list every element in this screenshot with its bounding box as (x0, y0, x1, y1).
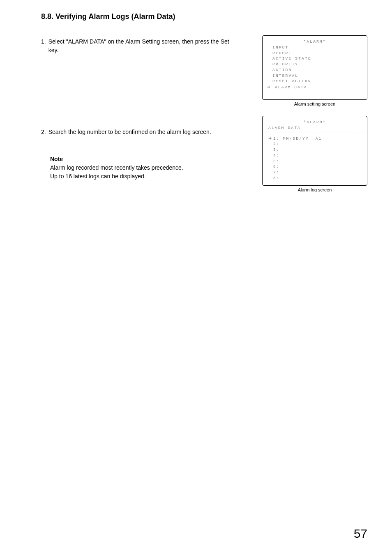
step-1-text: Select "ALARM DATA" on the Alarm Setting… (48, 37, 229, 55)
panel2-row-1: ➔1: MM/DD/YY A1 (265, 136, 364, 142)
panel2-row-4: 4: (265, 153, 364, 159)
section-heading: 8.8. Verifying Alarm Logs (Alarm Data) (41, 12, 367, 21)
panel2-row-1-text: 1: MM/DD/YY A1 (273, 136, 322, 141)
panel2-row-2: 2: (265, 141, 364, 147)
alarm-setting-screen: *ALARM* INPUT REPORT ACTIVE STATE PRIORI… (262, 35, 367, 100)
panel1-item-action: ACTION (265, 67, 364, 73)
arrow-icon: ➔ (268, 136, 273, 141)
panel2-row-3: 3: (265, 147, 364, 153)
arrow-icon: ➔ (267, 84, 272, 90)
panel2-title: *ALARM* (265, 120, 364, 125)
panel1-item-report: REPORT (265, 51, 364, 56)
panel2-separator (263, 133, 367, 133)
alarm-setting-panel: *ALARM* INPUT REPORT ACTIVE STATE PRIORI… (262, 35, 367, 106)
page-number: 57 (354, 527, 367, 541)
panel1-item-alarm-data: ➔ ALARM DATA (265, 84, 364, 90)
alarm-log-panel: *ALARM* ALARM DATA ➔1: MM/DD/YY A1 2: 3:… (262, 116, 367, 192)
step-2-text: Search the log number to be confirmed on… (48, 128, 229, 136)
panel1-item-reset-action: RESET ACTION (265, 78, 364, 84)
panel2-subtitle: ALARM DATA (265, 125, 364, 131)
panel1-item-active-state: ACTIVE STATE (265, 56, 364, 62)
panel1-title: *ALARM* (265, 39, 364, 45)
panel1-item-input: INPUT (265, 45, 364, 51)
panel2-row-7: 7: (265, 170, 364, 175)
panel1-caption: Alarm setting screen (262, 101, 367, 106)
panel2-row-5: 5: (265, 159, 364, 164)
panel2-row-8: 8: (265, 175, 364, 181)
step-1-num: 1. (41, 37, 46, 55)
panel2-caption: Alarm log screen (262, 187, 367, 192)
panel1-item-alarm-data-text: ALARM DATA (275, 85, 307, 90)
panel1-item-priority: PRIORITY (265, 62, 364, 67)
alarm-log-screen: *ALARM* ALARM DATA ➔1: MM/DD/YY A1 2: 3:… (262, 116, 367, 186)
panel2-row-6: 6: (265, 164, 364, 170)
step-2-num: 2. (41, 128, 46, 136)
panel1-item-interval: INTERVAL (265, 73, 364, 79)
